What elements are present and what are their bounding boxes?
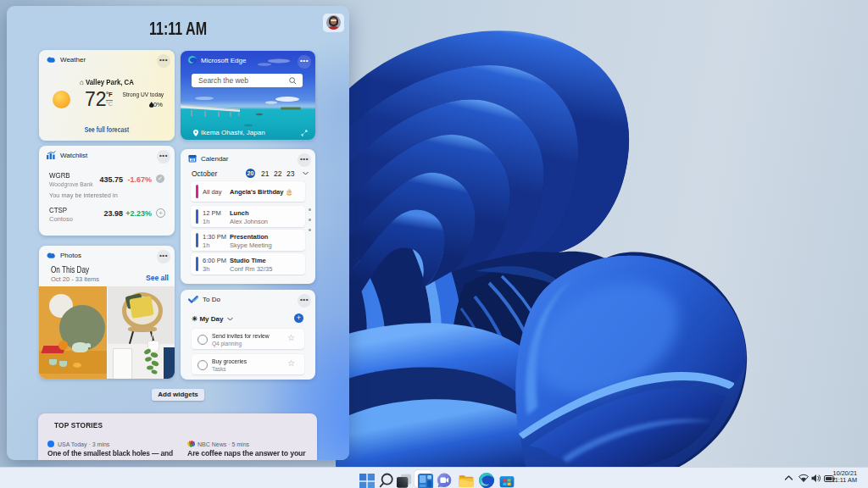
svg-text:20: 20 [191, 158, 194, 162]
